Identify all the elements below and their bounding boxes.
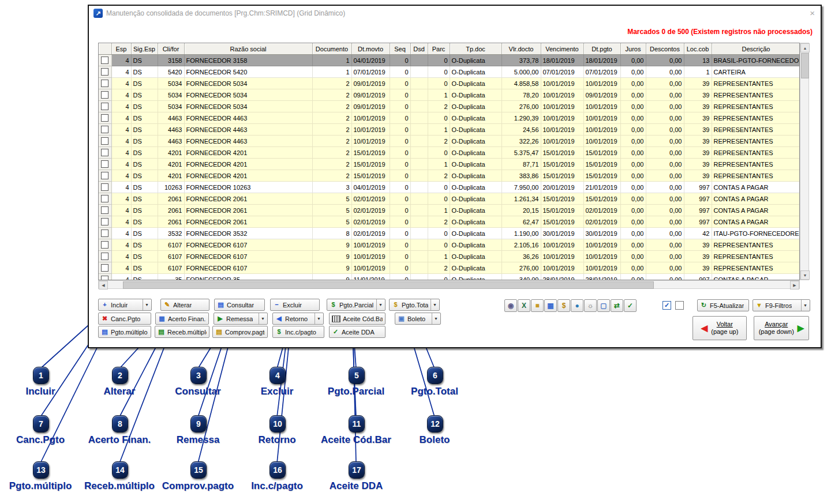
row-select-cell[interactable]: [99, 193, 111, 205]
row-select-cell[interactable]: [99, 216, 111, 228]
col-header-esp[interactable]: Esp: [111, 43, 131, 55]
horizontal-scrollbar[interactable]: ◀ ▶: [98, 280, 800, 289]
alterar-button[interactable]: ✎Alterar: [160, 299, 209, 311]
vertical-scrollbar[interactable]: ▲ ▼: [800, 43, 809, 280]
row-checkbox[interactable]: [101, 264, 108, 272]
row-checkbox[interactable]: [101, 206, 108, 214]
avancar-page-down-button[interactable]: Avançar (page down) ▶: [754, 316, 809, 340]
row-select-cell[interactable]: [99, 239, 111, 251]
row-checkbox[interactable]: [101, 137, 108, 145]
table-row[interactable]: 4DS4201FORNECEDOR 4201215/01/201900O-Dup…: [99, 147, 800, 159]
row-checkbox[interactable]: [101, 126, 108, 133]
row-checkbox[interactable]: [101, 91, 108, 99]
table-row[interactable]: 4DS4463FORNECEDOR 4463210/01/201900O-Dup…: [99, 112, 800, 124]
col-header-cli-for[interactable]: Cli/for: [158, 43, 184, 55]
table-row[interactable]: 4DS4463FORNECEDOR 4463210/01/201902O-Dup…: [99, 136, 800, 147]
view-icon[interactable]: ◉: [504, 299, 517, 312]
row-select-cell[interactable]: [99, 228, 111, 239]
coins-icon[interactable]: $: [557, 299, 570, 312]
vertical-scroll-thumb[interactable]: [801, 53, 809, 78]
aceite-cod-bar-button[interactable]: Aceite Cód.Bar: [329, 313, 385, 325]
boleto-button[interactable]: ▣Boleto▼: [395, 313, 441, 325]
row-checkbox[interactable]: [101, 183, 108, 191]
table-row[interactable]: 4DS2061FORNECEDOR 2061502/01/201901O-Dup…: [99, 205, 800, 216]
retorno-button[interactable]: ◀Retorno▼: [272, 313, 324, 325]
row-select-cell[interactable]: [99, 274, 111, 281]
chevron-down-icon[interactable]: ▼: [143, 299, 149, 310]
select-all-checkbox[interactable]: ✓: [662, 301, 671, 310]
excel-export-icon[interactable]: X: [518, 299, 530, 312]
row-checkbox[interactable]: [101, 103, 108, 110]
row-select-cell[interactable]: [99, 159, 111, 170]
col-header-select[interactable]: [99, 43, 111, 55]
incluir-button[interactable]: +Incluir▼: [98, 299, 152, 311]
clear-selection-checkbox[interactable]: [675, 301, 684, 310]
table-row[interactable]: 4DS2061FORNECEDOR 2061502/01/201900O-Dup…: [99, 193, 800, 205]
row-checkbox[interactable]: [101, 57, 108, 64]
col-header-loc-cob[interactable]: Loc.cob: [684, 43, 712, 55]
row-select-cell[interactable]: [99, 112, 111, 124]
comprov-pagto-button[interactable]: ▤Comprov.pagto: [212, 326, 268, 338]
table-row[interactable]: 4DS10263FORNECEDOR 10263304/01/201900O-D…: [99, 182, 800, 193]
row-checkbox[interactable]: [101, 241, 108, 249]
col-header-seq[interactable]: Seq: [390, 43, 410, 55]
row-select-cell[interactable]: [99, 147, 111, 159]
window-icon[interactable]: ▢: [597, 299, 610, 312]
checklist-icon[interactable]: ✓: [624, 299, 637, 312]
chevron-down-icon[interactable]: ▼: [432, 313, 438, 324]
pgto-total-button[interactable]: $Pgto.Total▼: [389, 299, 440, 311]
chevron-down-icon[interactable]: ▼: [801, 300, 807, 311]
row-select-cell[interactable]: [99, 101, 111, 112]
excluir-button[interactable]: −Excluir: [270, 299, 320, 311]
consultar-button[interactable]: ▤Consultar: [214, 299, 265, 311]
table-row[interactable]: 4DS4201FORNECEDOR 4201215/01/201901O-Dup…: [99, 159, 800, 170]
row-select-cell[interactable]: [99, 262, 111, 274]
row-select-cell[interactable]: [99, 78, 111, 89]
scroll-down-icon[interactable]: ▼: [800, 270, 810, 280]
calculator-icon[interactable]: ▦: [544, 299, 557, 312]
table-row[interactable]: 4DS6107FORNECEDOR 6107910/01/201900O-Dup…: [99, 239, 800, 251]
canc-pgto-button[interactable]: ✖Canc.Pgto: [98, 313, 151, 325]
col-header-tp-doc[interactable]: Tp.doc: [450, 43, 501, 55]
col-header-dsd[interactable]: Dsd: [410, 43, 428, 55]
row-checkbox[interactable]: [101, 160, 108, 168]
row-select-cell[interactable]: [99, 89, 111, 101]
pgto-parcial-button[interactable]: $Pgto.Parcial▼: [327, 299, 385, 311]
row-checkbox[interactable]: [101, 114, 108, 122]
aceite-dda-button[interactable]: ✓Aceite DDA: [329, 326, 385, 338]
globe-icon[interactable]: ●: [571, 299, 583, 312]
voltar-page-up-button[interactable]: ◀ Voltar (page up): [692, 316, 747, 340]
chevron-down-icon[interactable]: ▼: [315, 313, 321, 324]
row-checkbox[interactable]: [101, 218, 108, 225]
table-row[interactable]: 4DS4463FORNECEDOR 4463210/01/201901O-Dup…: [99, 124, 800, 136]
row-select-cell[interactable]: [99, 55, 111, 66]
horizontal-scroll-thumb[interactable]: [123, 281, 654, 289]
remessa-button[interactable]: ▶Remessa▼: [214, 313, 268, 325]
row-checkbox[interactable]: [101, 68, 108, 76]
col-header-vencimento[interactable]: Vencimento: [541, 43, 583, 55]
chevron-down-icon[interactable]: ▼: [431, 299, 437, 310]
row-select-cell[interactable]: [99, 182, 111, 193]
table-row[interactable]: 4DS6107FORNECEDOR 6107910/01/201902O-Dup…: [99, 262, 800, 274]
col-header-parc[interactable]: Parc: [428, 43, 450, 55]
scroll-up-icon[interactable]: ▲: [800, 43, 810, 52]
table-row[interactable]: 4DS5034FORNECEDOR 5034209/01/201902O-Dup…: [99, 101, 800, 112]
receb-multiplo-button[interactable]: ▤Receb.múltiplo: [155, 326, 209, 338]
col-header-dt-pgto[interactable]: Dt.pgto: [583, 43, 620, 55]
chevron-down-icon[interactable]: ▼: [259, 313, 265, 324]
f9-filters-button[interactable]: ▼ F9-Filtros ▼: [753, 299, 810, 311]
row-checkbox[interactable]: [101, 172, 108, 179]
table-row[interactable]: 4DS4201FORNECEDOR 4201215/01/201902O-Dup…: [99, 170, 800, 182]
row-checkbox[interactable]: [101, 195, 108, 202]
scroll-right-icon[interactable]: ▶: [790, 281, 799, 289]
col-header-sig-esp[interactable]: Sig.Esp: [131, 43, 158, 55]
row-select-cell[interactable]: [99, 66, 111, 78]
row-select-cell[interactable]: [99, 251, 111, 262]
row-checkbox[interactable]: [101, 253, 108, 260]
title-bar[interactable]: ↗ Manutenção consolidada de documentos […: [89, 6, 821, 21]
row-checkbox[interactable]: [101, 149, 108, 156]
col-header-descontos[interactable]: Descontos: [646, 43, 684, 55]
pgto-multiplo-button[interactable]: ▤Pgto.múltiplo: [98, 326, 151, 338]
row-checkbox[interactable]: [101, 80, 108, 87]
transfer-icon[interactable]: ⇄: [611, 299, 623, 312]
